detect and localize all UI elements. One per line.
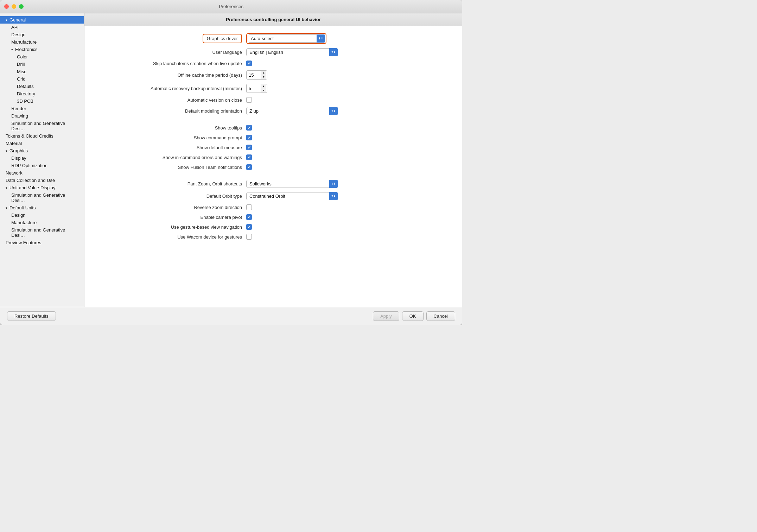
show-default-measure-checkbox[interactable]	[246, 145, 252, 150]
minimize-button[interactable]	[12, 4, 16, 9]
sidebar-item-drawing[interactable]: Drawing	[0, 112, 84, 120]
auto-version-checkbox[interactable]	[246, 97, 252, 103]
auto-version-row: Automatic version on close	[98, 97, 448, 103]
auto-recovery-control: ▲ ▼	[246, 84, 448, 93]
sidebar-item-label: Tokens & Cloud Credits	[6, 133, 53, 139]
sidebar-item-unit-value[interactable]: ▾ Unit and Value Display	[0, 184, 84, 191]
sidebar-item-design[interactable]: Design	[0, 31, 84, 38]
show-default-measure-row: Show default measure	[98, 145, 448, 150]
user-language-control: English | English ▲▼	[246, 48, 448, 56]
sidebar-item-label: Network	[6, 170, 23, 176]
show-command-label: Show command prompt	[98, 135, 246, 140]
ok-button[interactable]: OK	[402, 311, 424, 321]
show-fusion-row: Show Fusion Team notifications	[98, 164, 448, 170]
show-incommand-control	[246, 154, 448, 160]
sidebar-item-display[interactable]: Display	[0, 154, 84, 162]
use-gesture-checkbox[interactable]	[246, 224, 252, 230]
reverse-zoom-control	[246, 204, 448, 210]
default-modeling-select[interactable]: Z up	[246, 107, 338, 115]
sidebar-item-3dpcb[interactable]: 3D PCB	[0, 97, 84, 105]
sidebar-item-directory[interactable]: Directory	[0, 90, 84, 97]
sidebar-item-tokens[interactable]: Tokens & Cloud Credits	[0, 132, 84, 140]
graphics-driver-highlight: Graphics driver	[203, 34, 242, 43]
default-orbit-row: Default Orbit type Constrained Orbit ▲▼	[98, 192, 448, 200]
graphics-driver-select[interactable]: Auto-select	[248, 34, 325, 43]
number-arrows: ▲ ▼	[261, 71, 266, 79]
sidebar-item-general[interactable]: ▾ General	[0, 16, 84, 24]
close-button[interactable]	[4, 4, 9, 9]
sidebar-item-network[interactable]: Network	[0, 169, 84, 177]
use-wacom-checkbox[interactable]	[246, 234, 252, 240]
show-tooltips-checkbox[interactable]	[246, 125, 252, 131]
sidebar-item-misc[interactable]: Misc	[0, 68, 84, 75]
skip-launch-control	[246, 61, 448, 66]
main-panel: Preferences controlling general UI behav…	[84, 13, 462, 307]
show-fusion-checkbox[interactable]	[246, 164, 252, 170]
sidebar-item-design2[interactable]: Design	[0, 211, 84, 219]
restore-defaults-button[interactable]: Restore Defaults	[7, 311, 56, 321]
default-modeling-row: Default modeling orientation Z up ▲▼	[98, 107, 448, 115]
show-command-control	[246, 135, 448, 140]
offline-cache-input[interactable]	[247, 71, 261, 79]
sidebar-item-default-units[interactable]: ▾ Default Units	[0, 204, 84, 211]
graphics-driver-row: Graphics driver Auto-select ▲▼	[98, 33, 448, 44]
enable-camera-checkbox[interactable]	[246, 214, 252, 220]
decrement-arrow[interactable]: ▼	[261, 88, 266, 93]
sidebar-item-sim-gen-desi2[interactable]: Simulation and Generative Desi…	[0, 191, 84, 204]
pan-zoom-select[interactable]: Solidworks	[246, 180, 338, 188]
skip-launch-row: Skip launch items creation when live upd…	[98, 61, 448, 66]
user-language-row: User language English | English ▲▼	[98, 48, 448, 56]
sidebar-item-label: Drill	[17, 62, 25, 67]
sidebar-item-api[interactable]: API	[0, 24, 84, 31]
sidebar-item-graphics[interactable]: ▾ Graphics	[0, 147, 84, 154]
increment-arrow[interactable]: ▲	[261, 71, 266, 75]
sidebar-item-drill[interactable]: Drill	[0, 61, 84, 68]
auto-recovery-input[interactable]	[247, 85, 261, 92]
offline-cache-control: ▲ ▼	[246, 70, 448, 80]
default-orbit-select-wrapper: Constrained Orbit ▲▼	[246, 192, 338, 200]
sidebar-item-label: RDP Optimization	[11, 163, 47, 168]
user-language-select-wrapper: English | English ▲▼	[246, 48, 338, 56]
enable-camera-control	[246, 214, 448, 220]
enable-camera-row: Enable camera pivot	[98, 214, 448, 220]
sidebar-item-sim-gen-desi3[interactable]: Simulation and Generative Desi…	[0, 226, 84, 239]
sidebar-item-data-collection[interactable]: Data Collection and Use	[0, 177, 84, 184]
bottom-bar: Restore Defaults Apply OK Cancel	[0, 307, 462, 325]
reverse-zoom-checkbox[interactable]	[246, 204, 252, 210]
chevron-icon: ▾	[6, 186, 7, 190]
window-title: Preferences	[219, 4, 243, 9]
decrement-arrow[interactable]: ▼	[261, 75, 266, 79]
enable-camera-label: Enable camera pivot	[98, 215, 246, 220]
sidebar-item-label: Design	[11, 32, 25, 37]
show-tooltips-row: Show tooltips	[98, 125, 448, 131]
main-content: ▾ General API Design Manufacture ▾ Elect…	[0, 13, 462, 307]
sidebar-item-label: Simulation and Generative Desi…	[11, 121, 80, 131]
offline-cache-input-wrapper: ▲ ▼	[246, 70, 267, 80]
apply-button[interactable]: Apply	[373, 311, 399, 321]
increment-arrow[interactable]: ▲	[261, 84, 266, 88]
sidebar-item-preview[interactable]: Preview Features	[0, 239, 84, 246]
auto-recovery-row: Automatic recovery backup interval (minu…	[98, 84, 448, 93]
show-tooltips-control	[246, 125, 448, 131]
cancel-button[interactable]: Cancel	[426, 311, 455, 321]
use-wacom-label: Use Wacom device for gestures	[98, 234, 246, 240]
sidebar-item-manufacture[interactable]: Manufacture	[0, 38, 84, 46]
reverse-zoom-row: Reverse zoom direction	[98, 204, 448, 210]
sidebar-item-label: Unit and Value Display	[9, 185, 56, 190]
show-incommand-checkbox[interactable]	[246, 154, 252, 160]
use-gesture-row: Use gesture-based view navigation	[98, 224, 448, 230]
sidebar-item-color[interactable]: Color	[0, 53, 84, 61]
show-command-checkbox[interactable]	[246, 135, 252, 140]
sidebar-item-sim-gen-desi1[interactable]: Simulation and Generative Desi…	[0, 120, 84, 132]
sidebar-item-render[interactable]: Render	[0, 105, 84, 112]
maximize-button[interactable]	[19, 4, 24, 9]
sidebar-item-electronics[interactable]: ▾ Electronics	[0, 46, 84, 53]
skip-launch-checkbox[interactable]	[246, 61, 252, 66]
user-language-select[interactable]: English | English	[246, 48, 338, 56]
sidebar-item-manufacture2[interactable]: Manufacture	[0, 219, 84, 226]
sidebar-item-rdp[interactable]: RDP Optimization	[0, 162, 84, 169]
sidebar-item-grid[interactable]: Grid	[0, 75, 84, 83]
default-orbit-select[interactable]: Constrained Orbit	[246, 192, 338, 200]
sidebar-item-defaults[interactable]: Defaults	[0, 83, 84, 90]
sidebar-item-material[interactable]: Material	[0, 140, 84, 147]
